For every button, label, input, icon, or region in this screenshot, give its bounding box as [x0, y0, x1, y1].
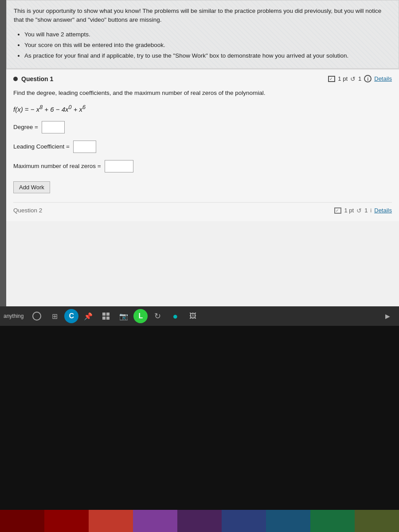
question1-section: Question 1 ✓ 1 pt ↺ 1 i Details Find the… [6, 69, 399, 221]
leading-coeff-label: Leading Coefficient = [13, 143, 70, 150]
question2-details[interactable]: Details [374, 207, 392, 214]
bar-seg-3 [133, 510, 177, 532]
math-equation: f(x) = − x8 + 6 − 4x0 + x6 [13, 104, 392, 113]
bar-seg-6 [266, 510, 310, 532]
pin-icon[interactable]: 📌 [80, 308, 96, 324]
question1-details[interactable]: Details [374, 75, 392, 82]
taskbar: anything ⊞ C 📌 📷 L ↻ ● 🖼 [0, 306, 399, 326]
equation-text: f(x) = − x8 + 6 − 4x0 + x6 [13, 106, 86, 113]
refresh-icon[interactable]: ↻ [149, 308, 165, 324]
teal-circle-icon[interactable]: ● [167, 308, 183, 324]
check-icon: ✓ [328, 76, 335, 82]
bottom-bar [0, 510, 399, 532]
question1-points: 1 pt [338, 75, 348, 82]
max-zeros-label: Maximum number of real zeros = [13, 163, 101, 169]
question2-attempts: 1 [364, 207, 368, 214]
bar-seg-0 [0, 510, 44, 532]
max-zeros-row: Maximum number of real zeros = [13, 160, 392, 172]
bar-seg-1 [44, 510, 89, 532]
camera-symbol: 📷 [119, 312, 128, 321]
main-content: This is your opportunity to show what yo… [6, 0, 399, 319]
question1-title: Question 1 [21, 75, 53, 82]
bar-seg-5 [222, 510, 266, 532]
apps-icon[interactable] [98, 308, 114, 324]
retry-icon: ↺ [350, 75, 356, 82]
photo-icon[interactable]: 🖼 [185, 308, 201, 324]
circle-icon [32, 312, 41, 321]
leading-coeff-input[interactable] [73, 141, 96, 153]
info-icon[interactable]: i [364, 75, 372, 82]
q2-retry-icon: ↺ [356, 207, 362, 214]
arrow-right-icon[interactable]: ▶ [379, 308, 395, 324]
bar-seg-8 [355, 510, 399, 532]
pin-symbol: 📌 [84, 312, 93, 321]
degree-row: Degree = [13, 121, 392, 133]
add-work-button[interactable]: Add Work [13, 181, 50, 193]
question2-label: Question 2 [13, 207, 42, 214]
bottom-dark-area [0, 326, 399, 532]
taskbar-search-text: anything [4, 313, 23, 319]
question1-header: Question 1 ✓ 1 pt ↺ 1 i Details [13, 75, 392, 82]
arrow-symbol: ▶ [385, 313, 390, 320]
bar-seg-7 [310, 510, 355, 532]
q2-check-icon: ✓ [334, 207, 341, 214]
grid-icon [102, 313, 110, 320]
question1-label: Question 1 [13, 75, 53, 82]
camera-icon[interactable]: 📷 [116, 308, 132, 324]
bullet-2: Your score on this will be entered into … [24, 41, 391, 50]
refresh-symbol: ↻ [154, 311, 161, 321]
taskview-icon[interactable]: ⊞ [47, 308, 63, 324]
question1-attempts: 1 [358, 75, 361, 82]
problem-text: Find the degree, leading coefficients, a… [13, 89, 392, 98]
bullet-3: As practice for your final and if applic… [24, 51, 391, 60]
left-panel [0, 0, 6, 319]
browser-symbol: C [69, 312, 74, 320]
taskview-symbol: ⊞ [52, 312, 58, 321]
bullet-list: You will have 2 attempts. Your score on … [14, 30, 391, 61]
bar-seg-2 [89, 510, 133, 532]
browser-icon[interactable]: C [64, 309, 78, 323]
degree-label: Degree = [13, 124, 38, 130]
question2-meta: ✓ 1 pt ↺ 1 i Details [334, 207, 392, 214]
bar-seg-4 [177, 510, 222, 532]
teal-symbol: ● [172, 311, 178, 321]
photo-symbol: 🖼 [189, 312, 196, 320]
question2-points: 1 pt [344, 207, 354, 214]
info-box: This is your opportunity to show what yo… [6, 0, 399, 69]
max-zeros-input[interactable] [105, 160, 133, 172]
q2-info-icon[interactable]: i [370, 207, 372, 214]
l-symbol: L [138, 312, 143, 320]
question1-dot [13, 77, 18, 81]
l-icon[interactable]: L [133, 309, 148, 323]
intro-text: This is your opportunity to show what yo… [14, 7, 391, 25]
question2-header: Question 2 ✓ 1 pt ↺ 1 i Details [13, 202, 392, 214]
leading-coeff-row: Leading Coefficient = [13, 141, 392, 153]
search-taskbar-icon[interactable] [29, 308, 45, 324]
question1-meta: ✓ 1 pt ↺ 1 i Details [328, 75, 392, 82]
bullet-1: You will have 2 attempts. [24, 30, 391, 39]
degree-input[interactable] [42, 121, 65, 133]
